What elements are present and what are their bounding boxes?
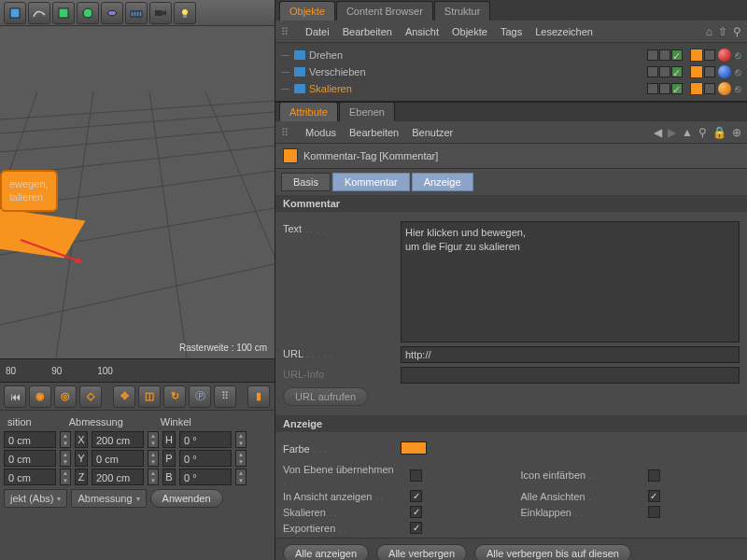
tab-ebenen[interactable]: Ebenen [339, 102, 395, 121]
layer-toggle[interactable] [647, 66, 658, 77]
object-row[interactable]: — Drehen ✓ ⎋ [275, 47, 747, 63]
enable-toggle[interactable] [704, 49, 715, 61]
object-row[interactable]: — Skalieren ✓ ⎋ [275, 80, 747, 97]
object-name[interactable]: Drehen [309, 49, 384, 61]
move-tool-button[interactable]: ✥ [113, 385, 135, 408]
tool-spline-icon[interactable] [28, 2, 50, 24]
comment-tag-icon[interactable] [690, 49, 703, 62]
spinner[interactable]: ▲▼ [60, 450, 71, 467]
lock-icon[interactable]: 🔒 [712, 126, 726, 139]
checkbox[interactable] [410, 490, 422, 502]
menu-tags[interactable]: Tags [500, 26, 522, 37]
object-name[interactable]: Verschieben [309, 66, 384, 77]
record-button[interactable]: ◉ [29, 385, 51, 408]
hide-all-button[interactable]: Alle verbergen [376, 544, 467, 560]
tab-attribute[interactable]: Attribute [279, 102, 338, 121]
spinner[interactable]: ▲▼ [148, 431, 159, 448]
vis-editor-toggle[interactable] [659, 66, 670, 77]
layer-toggle[interactable] [647, 49, 658, 61]
spinner[interactable]: ▲▼ [235, 469, 247, 485]
spinner[interactable]: ▲▼ [235, 450, 247, 467]
coord-dim-dropdown[interactable]: Abmessung [71, 489, 146, 508]
tool-light-icon[interactable] [174, 2, 196, 24]
grip-icon[interactable]: ⠿ [281, 127, 292, 138]
menu-lesezeichen[interactable]: Lesezeichen [535, 26, 593, 37]
new-icon[interactable]: ⊕ [732, 126, 741, 139]
spinner[interactable]: ▲▼ [148, 469, 159, 485]
angle-field[interactable]: 0 ° [179, 450, 232, 467]
checkbox[interactable] [648, 490, 660, 502]
material-sphere-icon[interactable] [718, 65, 731, 78]
checkbox[interactable] [648, 506, 660, 518]
scale-tool-button[interactable]: ◫ [138, 385, 161, 408]
autokey-button[interactable]: ◇ [79, 385, 102, 408]
tab-content-browser[interactable]: Content Browser [336, 1, 433, 21]
menu-bearbeiten2[interactable]: Bearbeiten [349, 127, 399, 138]
pos-field[interactable]: 0 cm [4, 450, 56, 467]
back-icon[interactable]: ◀ [654, 126, 662, 139]
material-sphere-icon[interactable] [718, 82, 731, 95]
tab-objekte[interactable]: Objekte [279, 1, 335, 21]
vis-editor-toggle[interactable] [659, 83, 670, 94]
enable-toggle[interactable] [704, 66, 715, 77]
vis-render-toggle[interactable]: ✓ [671, 83, 683, 94]
angle-field[interactable]: 0 ° [179, 431, 232, 448]
timeline-ruler[interactable]: 80 90 100 [0, 358, 275, 383]
disclosure-icon[interactable]: — [281, 50, 290, 60]
subtab-kommentar[interactable]: Kommentar [332, 173, 410, 191]
spinner[interactable]: ▲▼ [60, 431, 71, 448]
menu-modus[interactable]: Modus [305, 127, 336, 138]
menu-datei[interactable]: Datei [305, 26, 330, 37]
fwd-icon[interactable]: ▶ [668, 126, 676, 139]
apply-button[interactable]: Anwenden [150, 489, 223, 508]
menu-objekte[interactable]: Objekte [452, 26, 487, 37]
menu-bearbeiten[interactable]: Bearbeiten [343, 26, 392, 37]
search-icon[interactable]: ⚲ [733, 25, 741, 38]
subtab-basis[interactable]: Basis [281, 173, 331, 191]
url-input[interactable] [401, 346, 740, 363]
object-row[interactable]: — Verschieben ✓ ⎋ [275, 63, 747, 80]
tool-floor-icon[interactable] [125, 2, 148, 24]
pos-field[interactable]: 0 cm [4, 431, 56, 448]
protection-icon[interactable]: ⎋ [735, 66, 741, 77]
disclosure-icon[interactable]: — [281, 84, 290, 93]
key-button[interactable]: ◎ [54, 385, 77, 408]
goto-start-button[interactable]: ⏮ [4, 385, 26, 408]
open-url-button[interactable]: URL aufrufen [283, 387, 368, 406]
coord-mode-dropdown[interactable]: jekt (Abs) [4, 489, 67, 508]
vis-editor-toggle[interactable] [659, 49, 670, 61]
enable-toggle[interactable] [704, 83, 715, 94]
material-sphere-icon[interactable] [718, 49, 731, 62]
layer-toggle[interactable] [647, 83, 658, 94]
protection-icon[interactable]: ⎋ [735, 49, 741, 61]
tool-primitive-icon[interactable] [52, 2, 75, 24]
checkbox[interactable] [410, 522, 422, 534]
angle-field[interactable]: 0 ° [179, 469, 232, 485]
comment-tag-icon[interactable] [690, 65, 703, 78]
hide-others-button[interactable]: Alle verbergen bis auf diesen [474, 544, 631, 560]
tab-struktur[interactable]: Struktur [434, 1, 491, 21]
up-icon[interactable]: ⇧ [718, 25, 727, 38]
object-name[interactable]: Skalieren [309, 83, 384, 94]
dim-field[interactable]: 200 cm [92, 469, 144, 485]
menu-ansicht[interactable]: Ansicht [405, 26, 439, 37]
vis-render-toggle[interactable]: ✓ [671, 66, 683, 77]
spinner[interactable]: ▲▼ [148, 450, 159, 467]
frame-button[interactable]: ▮ [247, 385, 270, 408]
subtab-anzeige[interactable]: Anzeige [412, 173, 473, 191]
checkbox[interactable] [410, 469, 422, 482]
viewport-annotation[interactable]: ewegen, talieren [0, 170, 58, 212]
viewport[interactable]: ewegen, talieren Rasterweite : 100 cm [0, 26, 275, 358]
show-all-button[interactable]: Alle anzeigen [283, 544, 369, 560]
home-icon[interactable]: ⌂ [706, 25, 712, 38]
vis-render-toggle[interactable]: ✓ [671, 49, 683, 61]
tool-deformer-icon[interactable] [101, 2, 123, 24]
tool-cube-icon[interactable] [4, 2, 26, 24]
comment-tag-icon[interactable] [690, 82, 703, 95]
tool-camera-icon[interactable] [149, 2, 172, 24]
color-swatch[interactable] [401, 441, 427, 455]
dim-field[interactable]: 0 cm [92, 450, 144, 467]
pointlevel-button[interactable]: ⠿ [214, 385, 236, 408]
search2-icon[interactable]: ⚲ [698, 126, 707, 139]
up-nav-icon[interactable]: ▲ [682, 126, 693, 139]
